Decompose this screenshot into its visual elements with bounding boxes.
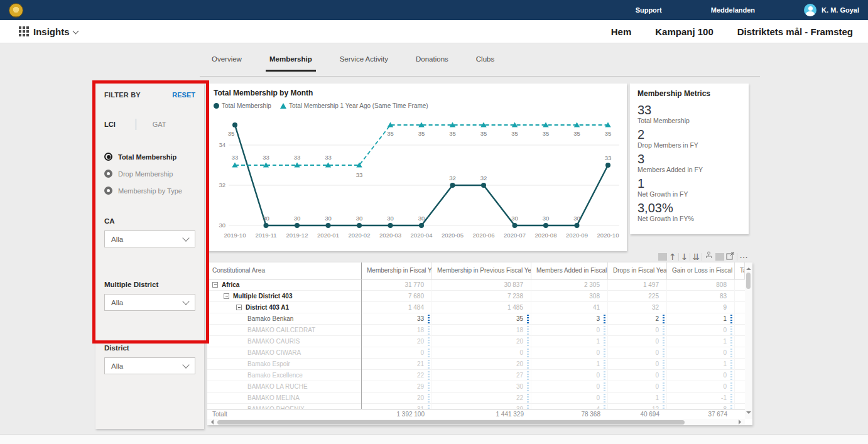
table-row-bamako-phoenix[interactable]: BAMAKO PHOENIX3139412-8 [207, 404, 752, 409]
table-row-bamako-la-ruche[interactable]: BAMAKO LA RUCHE2930000 [207, 381, 752, 393]
collapse-icon[interactable] [236, 305, 242, 310]
nav-link-kampanj-100[interactable]: Kampanj 100 [655, 26, 713, 37]
svg-text:30: 30 [387, 215, 394, 222]
support-link[interactable]: Support [636, 6, 662, 14]
app-title[interactable]: Insights [33, 26, 70, 37]
data-bar-icon [428, 360, 430, 369]
messages-link[interactable]: Meddelanden [711, 6, 755, 14]
chart-title: Total Membership by Month [214, 89, 313, 97]
value-cell: 1 [667, 336, 735, 347]
collapse-icon[interactable] [212, 282, 218, 288]
tab-service-activity[interactable]: Service Activity [340, 55, 388, 72]
drill-down-icon[interactable]: ↓ [681, 251, 688, 263]
table-row-bamako-melina[interactable]: BAMAKO MELINA202201-1 [207, 393, 752, 404]
row-name: BAMAKO CAURIS [247, 338, 300, 345]
table-row-district-403-a1[interactable]: District 403 A11 4841 48541329 [207, 302, 752, 313]
expand-all-icon[interactable]: ⇊ [692, 251, 700, 263]
cell-value: 0 [723, 349, 727, 356]
legend-label: Total Membership 1 Year Ago (Same Time F… [289, 102, 428, 109]
dropdown-district[interactable]: Alla [104, 357, 195, 374]
scroll-left-icon[interactable] [209, 420, 214, 425]
cell-value: 2 [655, 315, 659, 322]
data-bar-icon [604, 326, 605, 335]
svg-text:35: 35 [418, 130, 425, 137]
column-header-ta[interactable]: Ta [735, 263, 745, 279]
tab-membership[interactable]: Membership [269, 55, 312, 72]
svg-text:2020-03: 2020-03 [379, 232, 401, 239]
nav-link-hem[interactable]: Hem [611, 26, 632, 37]
toolbar-divider [678, 253, 679, 261]
cell-value: 0 [655, 383, 659, 390]
cell-value: 1 497 [643, 281, 659, 288]
horizontal-scroll-thumb[interactable] [217, 420, 685, 425]
table-row-bamako-ciwara[interactable]: BAMAKO CIWARA00000 [207, 347, 752, 359]
legend-label: Total Membership [222, 102, 271, 109]
tab-bar: OverviewMembershipService ActivityDonati… [212, 55, 494, 72]
drill-up-icon[interactable]: ↑ [669, 251, 676, 263]
value-cell: 3 [531, 313, 608, 325]
tab-clubs[interactable]: Clubs [476, 55, 494, 72]
tab-overview[interactable]: Overview [212, 55, 242, 72]
row-name-cell: BAMAKO LA RUCHE [207, 381, 362, 393]
data-bar-icon [604, 382, 605, 391]
nav-link-distriktets-m-l-framsteg[interactable]: Distriktets mål - Framsteg [737, 26, 853, 37]
svg-text:30: 30 [573, 215, 580, 222]
value-cell: 0 [362, 347, 432, 359]
table-row-bamako-excellence[interactable]: Bamako Excellence2227000 [207, 370, 752, 381]
collapse-icon[interactable] [224, 293, 229, 299]
user-avatar[interactable] [804, 4, 816, 16]
column-header-membership-in-fiscal-year[interactable]: Membership in Fiscal Year [362, 263, 432, 279]
metric-value-total-membership: 33 [637, 103, 741, 117]
scroll-up-icon[interactable] [746, 265, 751, 270]
cell-value: 22 [417, 372, 424, 379]
table-horizontal-scrollbar[interactable] [207, 419, 745, 425]
cell-value: 21 [417, 360, 424, 367]
table-row-bamako-cauris[interactable]: BAMAKO CAURIS2020101 [207, 336, 752, 347]
column-header-members-added-in-fiscal-year[interactable]: Members Added in Fiscal Year [531, 263, 608, 279]
tab-donations[interactable]: Donations [416, 55, 448, 72]
column-header-gain-or-loss-in-fiscal-year[interactable]: Gain or Loss in Fiscal Year [667, 263, 735, 279]
metric-label-total-membership: Total Membership [637, 117, 741, 124]
cell-value: 1 [723, 360, 727, 367]
value-cell: 39 [432, 404, 531, 409]
app-bar: Insights HemKampanj 100Distriktets mål -… [0, 20, 868, 43]
row-name-cell: Bamako Excellence [207, 370, 362, 381]
cell-value: 0 [655, 372, 659, 379]
user-name[interactable]: K. M. Goyal [822, 6, 859, 14]
cell-value: 33 [417, 315, 424, 322]
value-cell: 2 305 [531, 279, 608, 291]
column-header-drops-in-fiscal-year[interactable]: Drops in Fiscal Year [608, 263, 667, 279]
data-bar-icon [663, 405, 665, 409]
cell-value: 2 305 [584, 281, 600, 288]
table-row-multiple-district-403[interactable]: Multiple District 4037 6807 23830822583 [207, 291, 752, 302]
focus-mode-icon[interactable] [726, 251, 735, 263]
column-header-membership-in-previous-fiscal-year[interactable]: Membership in Previous Fiscal Year [432, 263, 531, 279]
data-bar-icon [604, 405, 605, 409]
svg-text:30: 30 [511, 215, 518, 222]
vertical-scroll-thumb[interactable] [746, 273, 751, 289]
cell-value: 0 [596, 349, 600, 356]
data-bar-icon [663, 315, 665, 323]
value-cell: 35 [432, 313, 531, 325]
data-bar-icon [663, 394, 665, 403]
scroll-right-icon[interactable] [739, 420, 744, 425]
table-row-bamako-cailcedrat[interactable]: BAMAKO CAILCEDRAT1818000 [207, 325, 752, 336]
table-row-africa[interactable]: Africa31 77030 8372 3051 497808 [207, 279, 752, 291]
table-row-bamako-espoir[interactable]: Bamako Espoir2120101 [207, 359, 752, 370]
cell-value: 0 [655, 327, 659, 333]
svg-text:33: 33 [232, 154, 239, 161]
table-row-bamako-benkan[interactable]: Bamako Benkan3335321 [207, 313, 752, 325]
svg-text:2019-10: 2019-10 [224, 232, 246, 239]
app-nav-links: HemKampanj 100Distriktets mål - Framsteg [611, 26, 858, 37]
value-cell: 20 [432, 336, 531, 347]
svg-text:35: 35 [605, 130, 612, 137]
table-vertical-scrollbar[interactable] [745, 263, 752, 419]
scroll-down-icon[interactable] [746, 411, 751, 416]
column-header-constitutional-area[interactable]: Constitutional Area [207, 263, 362, 279]
more-options-icon[interactable]: ⋯ [739, 251, 748, 263]
row-name: District 403 A1 [246, 304, 289, 311]
data-bar-icon [730, 315, 732, 323]
waffle-grid-icon[interactable] [19, 26, 29, 36]
value-cell: 0 [531, 325, 608, 336]
drill-mode-icon[interactable] [704, 251, 713, 263]
